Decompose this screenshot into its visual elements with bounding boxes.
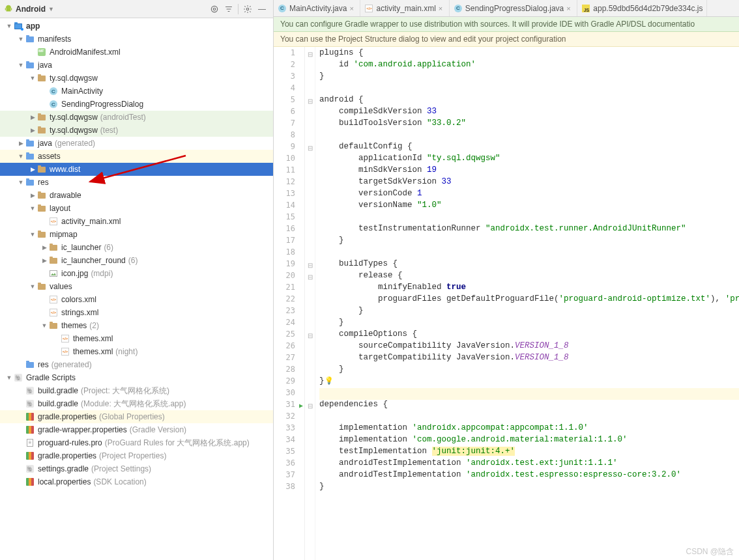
editor-tab[interactable]: CSendingProgressDialog.java× bbox=[450, 0, 577, 16]
expand-arrow-icon[interactable] bbox=[17, 140, 25, 147]
code-line[interactable] bbox=[319, 388, 739, 400]
code-line[interactable]: defaultConfig { bbox=[319, 142, 739, 154]
expand-arrow-icon[interactable] bbox=[29, 283, 36, 290]
line-number[interactable]: 34 bbox=[274, 435, 304, 447]
gear-icon[interactable] bbox=[242, 3, 254, 15]
line-number[interactable]: 6 bbox=[274, 107, 304, 119]
expand-arrow-icon[interactable] bbox=[29, 127, 36, 133]
line-number[interactable]: 15 bbox=[274, 212, 304, 224]
line-number[interactable]: 14 bbox=[274, 201, 304, 212]
code-line[interactable]: } bbox=[319, 482, 739, 494]
tree-item[interactable]: themes(2) bbox=[0, 319, 273, 332]
code-line[interactable]: implementation 'androidx.appcompat:appco… bbox=[319, 423, 739, 435]
tree-item[interactable]: local.properties(SDK Location) bbox=[0, 475, 273, 488]
tree-item[interactable]: gradle.properties(Project Properties) bbox=[0, 449, 273, 462]
code-line[interactable]: } bbox=[319, 318, 739, 329]
expand-arrow-icon[interactable] bbox=[29, 231, 36, 238]
tree-item[interactable]: themes.xml(night) bbox=[0, 345, 273, 358]
fold-marker[interactable] bbox=[305, 400, 315, 412]
hide-icon[interactable]: — bbox=[256, 3, 268, 15]
code-line[interactable]: versionCode 1 bbox=[319, 189, 739, 201]
code-line[interactable]: versionName "1.0" bbox=[319, 201, 739, 212]
line-number[interactable]: 24 bbox=[274, 318, 304, 329]
line-number[interactable]: 30 bbox=[274, 388, 304, 400]
line-number[interactable]: 32 bbox=[274, 412, 304, 423]
fold-marker[interactable] bbox=[305, 259, 315, 271]
code-line[interactable]: androidTestImplementation 'androidx.test… bbox=[319, 458, 739, 470]
expand-arrow-icon[interactable] bbox=[17, 153, 25, 160]
fold-marker[interactable] bbox=[305, 48, 315, 60]
gradle-sources-banner[interactable]: You can configure Gradle wrapper to use … bbox=[274, 17, 739, 32]
code-line[interactable]: minSdkVersion 19 bbox=[319, 165, 739, 177]
tree-item[interactable]: proguard-rules.pro(ProGuard Rules for 大气… bbox=[0, 436, 273, 449]
close-icon[interactable]: × bbox=[349, 5, 356, 12]
line-number[interactable]: 21 bbox=[274, 283, 304, 294]
expand-arrow-icon[interactable] bbox=[29, 192, 36, 199]
close-icon[interactable]: × bbox=[439, 5, 445, 12]
line-number[interactable]: 3 bbox=[274, 72, 304, 83]
expand-arrow-icon[interactable] bbox=[40, 244, 48, 251]
line-number[interactable]: 9 bbox=[274, 142, 304, 154]
code-line[interactable]: } bbox=[319, 72, 739, 83]
tree-item[interactable]: Gradle Scripts bbox=[0, 371, 273, 384]
line-number[interactable]: 33 bbox=[274, 423, 304, 435]
panel-view-selector[interactable]: Android ▼ bbox=[4, 5, 54, 14]
line-number[interactable]: 22 bbox=[274, 294, 304, 306]
tree-item[interactable]: icon.jpg(mdpi) bbox=[0, 267, 273, 280]
tree-item[interactable]: build.gradle(Module: 大气网格化系统.app) bbox=[0, 397, 273, 410]
expand-arrow-icon[interactable] bbox=[40, 257, 48, 264]
tree-item[interactable]: java(generated) bbox=[0, 137, 273, 150]
code-area[interactable]: plugins { id 'com.android.application'}a… bbox=[315, 47, 739, 560]
expand-arrow-icon[interactable] bbox=[17, 179, 25, 186]
code-line[interactable]: android { bbox=[319, 95, 739, 107]
code-line[interactable] bbox=[319, 412, 739, 423]
tree-item[interactable]: strings.xml bbox=[0, 306, 273, 319]
tree-item[interactable]: values bbox=[0, 280, 273, 293]
code-line[interactable] bbox=[319, 130, 739, 142]
line-number[interactable]: 28 bbox=[274, 365, 304, 376]
line-number[interactable]: 36 bbox=[274, 458, 304, 470]
editor-tab[interactable]: CMainActivity.java× bbox=[274, 0, 360, 16]
tree-item[interactable]: app bbox=[0, 20, 273, 33]
fold-marker[interactable] bbox=[305, 329, 315, 341]
code-line[interactable]: proguardFiles getDefaultProguardFile('pr… bbox=[319, 294, 739, 306]
expand-arrow-icon[interactable] bbox=[5, 374, 13, 381]
line-number[interactable]: 37 bbox=[274, 470, 304, 482]
tree-item[interactable]: manifests bbox=[0, 33, 273, 46]
filter-icon[interactable] bbox=[223, 3, 235, 15]
line-number[interactable]: 13 bbox=[274, 189, 304, 201]
line-number[interactable]: 12 bbox=[274, 177, 304, 189]
code-line[interactable]: plugins { bbox=[319, 48, 739, 60]
tree-item[interactable]: layout bbox=[0, 202, 273, 215]
expand-arrow-icon[interactable] bbox=[40, 322, 48, 329]
expand-arrow-icon[interactable] bbox=[17, 62, 25, 68]
tree-item[interactable]: assets bbox=[0, 150, 273, 163]
expand-arrow-icon[interactable] bbox=[29, 166, 36, 173]
project-tree[interactable]: appmanifestsAndroidManifest.xmljavaty.sq… bbox=[0, 18, 273, 560]
code-line[interactable]: dependencies { bbox=[319, 400, 739, 412]
line-number[interactable]: 8 bbox=[274, 130, 304, 142]
expand-arrow-icon[interactable] bbox=[17, 36, 25, 42]
code-line[interactable]: }💡 bbox=[319, 376, 739, 388]
tree-item[interactable]: gradle-wrapper.properties(Gradle Version… bbox=[0, 423, 273, 436]
fold-gutter[interactable] bbox=[305, 47, 315, 560]
project-structure-banner[interactable]: You can use the Project Structure dialog… bbox=[274, 32, 739, 47]
line-number[interactable]: 2 bbox=[274, 60, 304, 72]
tree-item[interactable]: colors.xml bbox=[0, 293, 273, 306]
code-line[interactable]: compileOptions { bbox=[319, 329, 739, 341]
expand-arrow-icon[interactable] bbox=[29, 75, 36, 81]
line-number[interactable]: 10 bbox=[274, 154, 304, 165]
tree-item[interactable]: CSendingProgressDialog bbox=[0, 98, 273, 111]
code-line[interactable]: sourceCompatibility JavaVersion.VERSION_… bbox=[319, 341, 739, 353]
target-icon[interactable] bbox=[209, 3, 220, 15]
code-line[interactable]: androidTestImplementation 'androidx.test… bbox=[319, 470, 739, 482]
tree-item[interactable]: ty.sql.dqwgsw(test) bbox=[0, 124, 273, 137]
code-line[interactable]: targetCompatibility JavaVersion.VERSION_… bbox=[319, 353, 739, 365]
code-line[interactable]: buildToolsVersion "33.0.2" bbox=[319, 119, 739, 130]
tree-item[interactable]: www.dist bbox=[0, 163, 273, 176]
fold-marker[interactable] bbox=[305, 271, 315, 283]
code-line[interactable] bbox=[319, 212, 739, 224]
line-number[interactable]: 5 bbox=[274, 95, 304, 107]
line-number[interactable]: 26 bbox=[274, 341, 304, 353]
code-line[interactable]: } bbox=[319, 365, 739, 376]
